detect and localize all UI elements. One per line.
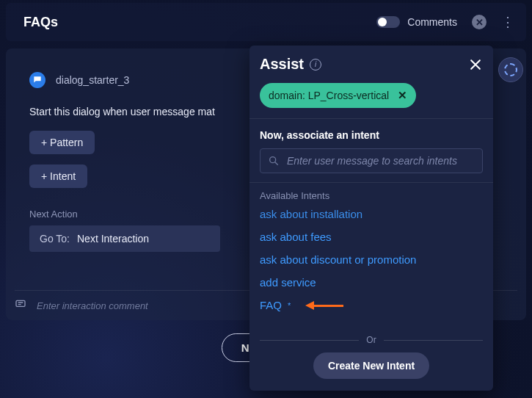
associate-intent-title: Now, associate an intent bbox=[260, 129, 483, 141]
search-icon bbox=[268, 155, 280, 167]
pointer-arrow-icon bbox=[305, 302, 343, 309]
star-icon: * bbox=[288, 301, 291, 310]
goto-select[interactable]: Go To: Next Interaction bbox=[29, 225, 220, 252]
remove-domain-icon[interactable]: ✕ bbox=[398, 89, 407, 102]
page-header: FAQs Comments ✕ ⋮ bbox=[6, 3, 526, 41]
domain-chip-label: domain: LP_Cross-vertical bbox=[269, 90, 389, 101]
more-menu-icon[interactable]: ⋮ bbox=[497, 14, 519, 30]
page-title: FAQs bbox=[23, 15, 376, 30]
svg-rect-0 bbox=[16, 300, 25, 306]
or-label: Or bbox=[366, 335, 376, 345]
intent-item[interactable]: add service bbox=[260, 271, 483, 294]
goto-prefix: Go To: bbox=[40, 233, 70, 245]
available-intents-label: Available Intents bbox=[249, 183, 493, 206]
add-intent-button[interactable]: + Intent bbox=[29, 164, 87, 188]
intent-list: ask about installation ask about fees as… bbox=[249, 206, 493, 329]
intent-item-faq[interactable]: FAQ * bbox=[260, 294, 483, 316]
comment-icon bbox=[15, 298, 26, 313]
comments-toggle[interactable] bbox=[376, 16, 400, 28]
add-pattern-button[interactable]: + Pattern bbox=[29, 131, 95, 154]
dialog-starter-icon bbox=[29, 72, 45, 88]
assist-title: Assist bbox=[260, 56, 304, 73]
intent-item[interactable]: ask about discount or promotion bbox=[260, 248, 483, 271]
comments-toggle-label: Comments bbox=[407, 16, 457, 28]
comment-placeholder: Enter interaction comment bbox=[37, 300, 148, 311]
intent-item-label: FAQ bbox=[260, 299, 282, 311]
goto-value: Next Interaction bbox=[77, 233, 149, 245]
assist-fab-icon bbox=[504, 63, 517, 76]
assist-fab[interactable] bbox=[498, 57, 523, 82]
intent-search[interactable] bbox=[260, 148, 483, 173]
dialog-name: dialog_starter_3 bbox=[56, 74, 129, 86]
info-icon[interactable]: i bbox=[310, 59, 321, 70]
assist-panel: Assist i domain: LP_Cross-vertical ✕ Now… bbox=[249, 46, 493, 391]
create-new-intent-button[interactable]: Create New Intent bbox=[313, 352, 429, 379]
intent-item[interactable]: ask about installation bbox=[260, 206, 483, 225]
close-icon[interactable] bbox=[468, 57, 483, 72]
intent-search-input[interactable] bbox=[287, 155, 475, 167]
intent-item[interactable]: ask about fees bbox=[260, 225, 483, 248]
clear-icon[interactable]: ✕ bbox=[472, 15, 487, 29]
domain-chip: domain: LP_Cross-vertical ✕ bbox=[260, 83, 416, 108]
svg-point-1 bbox=[270, 157, 276, 163]
